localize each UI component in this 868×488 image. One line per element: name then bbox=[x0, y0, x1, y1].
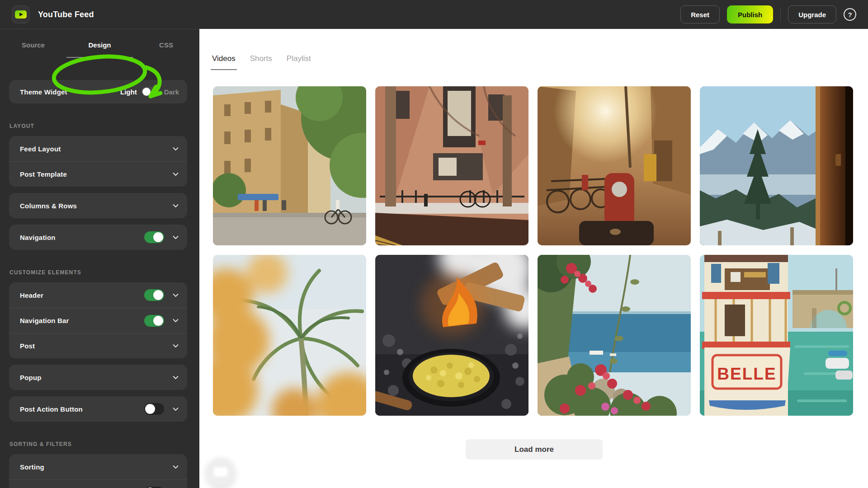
panel-row-columns-rows[interactable]: Columns & Rows bbox=[9, 193, 187, 218]
settings-sidebar: Source Design CSS Theme Widget Light Dar… bbox=[0, 29, 199, 488]
chat-launcher[interactable] bbox=[207, 458, 235, 486]
design-panel: Theme Widget Light Dark LAYOUT Feed Layo… bbox=[0, 61, 199, 488]
theme-light-option[interactable]: Light bbox=[120, 88, 137, 96]
boat-name-text: BELLE bbox=[717, 365, 776, 383]
tab-source[interactable]: Source bbox=[0, 41, 66, 49]
panel-row-post-action-button[interactable]: Post Action Button bbox=[9, 396, 187, 422]
panel-row-header[interactable]: Header bbox=[9, 282, 187, 308]
chevron-down-icon[interactable] bbox=[172, 292, 179, 299]
active-tab-underline bbox=[66, 57, 133, 58]
customize-card-2: Popup bbox=[9, 365, 187, 390]
navigation-toggle[interactable] bbox=[144, 231, 164, 243]
chevron-down-icon[interactable] bbox=[172, 234, 179, 241]
video-thumbnail[interactable] bbox=[375, 86, 528, 245]
toggle-knob bbox=[153, 316, 163, 326]
video-grid: BELLE bbox=[213, 86, 853, 416]
toggle-knob bbox=[153, 290, 163, 300]
theme-widget-label: Theme Widget bbox=[20, 88, 120, 96]
feed-tab-bar: Videos Shorts Playlist bbox=[211, 54, 312, 70]
navigation-bar-toggle[interactable] bbox=[144, 315, 164, 327]
panel-row-popup[interactable]: Popup bbox=[9, 365, 187, 390]
header-toggle[interactable] bbox=[144, 289, 164, 301]
panel-row-feed-layout[interactable]: Feed Layout bbox=[9, 136, 187, 161]
theme-widget-card: Theme Widget Light Dark bbox=[9, 80, 187, 103]
video-thumbnail[interactable] bbox=[538, 255, 691, 416]
chevron-down-icon[interactable] bbox=[172, 406, 179, 413]
panel-row-sorting[interactable]: Sorting bbox=[9, 454, 187, 479]
video-thumbnail[interactable] bbox=[213, 255, 366, 416]
chevron-down-icon[interactable] bbox=[172, 343, 179, 349]
section-label-customize: CUSTOMIZE ELEMENTS bbox=[9, 269, 199, 276]
page-title: YouTube Feed bbox=[38, 10, 94, 19]
video-thumbnail[interactable]: BELLE bbox=[700, 255, 853, 416]
filters-toggle[interactable] bbox=[144, 487, 164, 488]
panel-row-navigation-bar[interactable]: Navigation Bar bbox=[9, 308, 187, 333]
chevron-down-icon[interactable] bbox=[172, 317, 179, 324]
publish-button[interactable]: Publish bbox=[727, 5, 773, 23]
theme-toggle[interactable] bbox=[142, 87, 160, 97]
divider bbox=[780, 8, 781, 21]
upgrade-button[interactable]: Upgrade bbox=[788, 5, 836, 23]
layout-card-1: Feed Layout Post Template bbox=[9, 136, 187, 187]
app-window: YouTube Feed Reset Publish Upgrade ? Sou… bbox=[0, 0, 868, 488]
panel-row-navigation[interactable]: Navigation bbox=[9, 225, 187, 250]
video-thumbnail[interactable] bbox=[213, 86, 366, 245]
load-more-button[interactable]: Load more bbox=[466, 439, 603, 460]
tab-videos[interactable]: Videos bbox=[211, 54, 237, 70]
video-thumbnail[interactable] bbox=[538, 86, 691, 245]
topbar: YouTube Feed Reset Publish Upgrade ? bbox=[0, 0, 868, 29]
theme-widget-row: Theme Widget Light Dark bbox=[9, 80, 187, 103]
chevron-down-icon[interactable] bbox=[172, 171, 179, 178]
chat-bubble-icon bbox=[214, 467, 227, 477]
help-icon[interactable]: ? bbox=[844, 8, 856, 21]
panel-row-post-template[interactable]: Post Template bbox=[9, 161, 187, 187]
video-thumbnail[interactable] bbox=[375, 255, 528, 416]
tab-css[interactable]: CSS bbox=[133, 41, 199, 49]
post-action-button-toggle[interactable] bbox=[144, 403, 164, 415]
tab-design[interactable]: Design bbox=[66, 41, 133, 49]
section-label-sorting-filters: SORTING & FILTERS bbox=[9, 441, 199, 447]
chevron-down-icon[interactable] bbox=[172, 374, 179, 381]
panel-row-post[interactable]: Post bbox=[9, 333, 187, 358]
layout-card-2: Columns & Rows bbox=[9, 193, 187, 218]
youtube-logo-icon bbox=[12, 5, 30, 23]
customize-card-1: Header Navigation Bar Post bbox=[9, 282, 187, 358]
tab-shorts[interactable]: Shorts bbox=[249, 54, 274, 70]
tab-playlist[interactable]: Playlist bbox=[285, 54, 312, 70]
toggle-knob bbox=[153, 232, 163, 242]
widget-preview: Videos Shorts Playlist bbox=[199, 29, 868, 488]
chevron-down-icon[interactable] bbox=[172, 202, 179, 209]
sidebar-tab-bar: Source Design CSS bbox=[0, 29, 199, 61]
panel-row-filters[interactable]: Filters bbox=[9, 479, 187, 488]
sorting-filters-card: Sorting Filters bbox=[9, 454, 187, 488]
chevron-down-icon[interactable] bbox=[172, 464, 179, 470]
layout-card-3: Navigation bbox=[9, 225, 187, 250]
section-label-layout: LAYOUT bbox=[9, 123, 199, 129]
theme-dark-option[interactable]: Dark bbox=[164, 88, 179, 96]
chevron-down-icon[interactable] bbox=[172, 145, 179, 152]
toggle-knob bbox=[145, 404, 155, 414]
reset-button[interactable]: Reset bbox=[680, 5, 720, 23]
video-thumbnail[interactable] bbox=[700, 86, 853, 245]
toggle-knob bbox=[142, 88, 151, 96]
customize-card-3: Post Action Button bbox=[9, 396, 187, 422]
